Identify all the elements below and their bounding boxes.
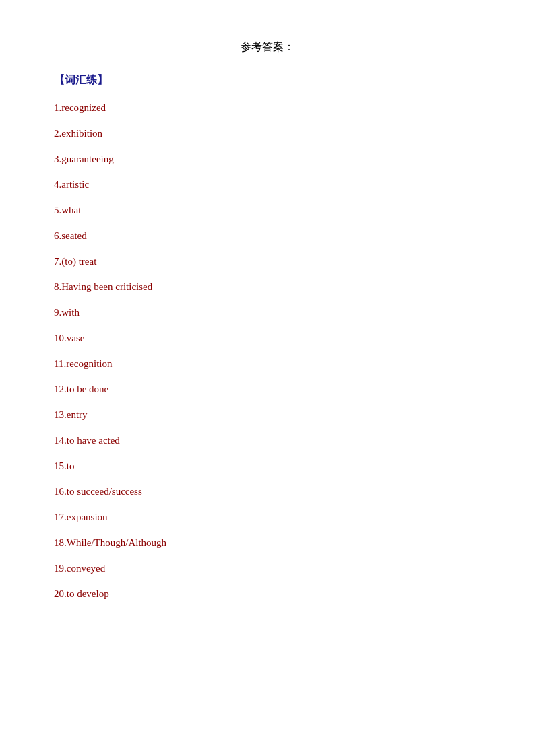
list-item: 14.to have acted bbox=[54, 432, 481, 448]
list-item: 16.to succeed/success bbox=[54, 483, 481, 500]
list-item: 19.conveyed bbox=[54, 560, 481, 576]
answer-text: (to) treat bbox=[61, 256, 96, 267]
answer-number: 19. bbox=[54, 563, 67, 574]
page: 参考答案： 【词汇练】 1.recognized2.exhibition3.gu… bbox=[0, 0, 535, 756]
answer-number: 6. bbox=[54, 230, 61, 241]
answer-number: 7. bbox=[54, 256, 61, 267]
list-item: 4.artistic bbox=[54, 176, 481, 193]
answer-number: 17. bbox=[54, 512, 67, 522]
answer-text: exhibition bbox=[61, 128, 102, 139]
list-item: 10.vase bbox=[54, 330, 481, 346]
list-item: 13.entry bbox=[54, 407, 481, 423]
list-item: 3.guaranteeing bbox=[54, 151, 481, 167]
answer-number: 3. bbox=[54, 153, 61, 164]
list-item: 7.(to) treat bbox=[54, 253, 481, 269]
answer-list: 1.recognized2.exhibition3.guaranteeing4.… bbox=[54, 100, 481, 602]
answer-number: 9. bbox=[54, 307, 61, 318]
answer-number: 12. bbox=[54, 384, 67, 394]
answer-text: recognized bbox=[61, 102, 106, 113]
list-item: 6.seated bbox=[54, 228, 481, 244]
answer-number: 4. bbox=[54, 179, 61, 190]
list-item: 1.recognized bbox=[54, 100, 481, 116]
answer-text: entry bbox=[67, 409, 88, 420]
answer-text: vase bbox=[67, 333, 85, 343]
answer-text: Having been criticised bbox=[61, 281, 152, 292]
list-item: 5.what bbox=[54, 202, 481, 218]
list-item: 11.recognition bbox=[54, 355, 481, 372]
list-item: 18.While/Though/Although bbox=[54, 535, 481, 551]
list-item: 15.to bbox=[54, 458, 481, 474]
list-item: 9.with bbox=[54, 304, 481, 320]
answer-text: with bbox=[61, 307, 80, 318]
answer-number: 15. bbox=[54, 460, 67, 471]
answer-text: While/Though/Although bbox=[67, 537, 166, 548]
answer-text: seated bbox=[61, 230, 86, 241]
page-title: 参考答案： bbox=[54, 40, 481, 55]
answer-number: 8. bbox=[54, 281, 61, 292]
answer-number: 14. bbox=[54, 435, 67, 446]
answer-number: 20. bbox=[54, 588, 67, 599]
answer-text: to succeed/success bbox=[67, 486, 142, 497]
answer-number: 16. bbox=[54, 486, 67, 497]
answer-text: to be done bbox=[67, 384, 108, 394]
answer-text: recognition bbox=[66, 358, 112, 369]
answer-text: what bbox=[61, 205, 81, 215]
answer-number: 2. bbox=[54, 128, 61, 139]
answer-text: artistic bbox=[61, 179, 89, 190]
answer-text: to bbox=[67, 460, 75, 471]
answer-number: 1. bbox=[54, 102, 61, 113]
answer-text: to have acted bbox=[67, 435, 120, 446]
answer-text: to develop bbox=[67, 588, 109, 599]
answer-text: guaranteeing bbox=[61, 153, 113, 164]
list-item: 2.exhibition bbox=[54, 125, 481, 141]
list-item: 8.Having been criticised bbox=[54, 279, 481, 295]
list-item: 20.to develop bbox=[54, 586, 481, 602]
answer-number: 13. bbox=[54, 409, 67, 420]
answer-number: 18. bbox=[54, 537, 67, 548]
list-item: 12.to be done bbox=[54, 381, 481, 397]
list-item: 17.expansion bbox=[54, 509, 481, 525]
answer-number: 10. bbox=[54, 333, 67, 343]
answer-text: conveyed bbox=[67, 563, 105, 574]
answer-number: 11. bbox=[54, 358, 66, 369]
answer-text: expansion bbox=[67, 512, 108, 522]
section-header: 【词汇练】 bbox=[54, 73, 481, 88]
answer-number: 5. bbox=[54, 205, 61, 215]
